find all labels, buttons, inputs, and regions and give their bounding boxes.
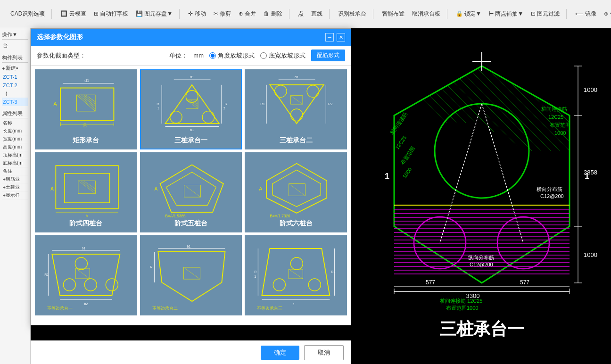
toolbar-point[interactable]: 点: [295, 9, 306, 19]
radio-angle[interactable]: 角度放坡形式: [209, 51, 255, 60]
prop-rebar: + 钢筋业: [2, 175, 28, 183]
dialog-title: 选择参数化图形: [37, 33, 83, 41]
svg-text:12C25: 12C25: [548, 114, 563, 120]
shape-step4[interactable]: A A 阶式四桩台: [35, 152, 137, 232]
svg-line-56: [184, 185, 200, 197]
svg-text:C12@200: C12@200: [540, 193, 564, 199]
svg-point-18: [170, 111, 182, 124]
dialog-close-button[interactable]: ✕: [337, 33, 345, 41]
toolbar-group-2: 🔲 云模查 ⊞ 自动打字板 💾 图元存盘▼: [54, 9, 180, 19]
toolbar-two-point[interactable]: ⊢ 两点辅抽▼: [486, 9, 526, 19]
dialog-footer: 确定 取消: [31, 340, 351, 364]
toolbar-lock[interactable]: 🔒 锁定▼: [453, 9, 484, 19]
toolbar-cloud[interactable]: 🔲 云模查: [58, 9, 89, 19]
shape-irreg3[interactable]: R 1 R2 b 不等边承台三: [245, 235, 347, 315]
svg-text:A: A: [85, 214, 88, 217]
svg-text:b1: b1: [190, 128, 194, 132]
dialog-controls: ─ ✕: [325, 33, 345, 41]
unit-value: mm: [193, 52, 204, 59]
cad-preview: 1000 1000 2858 1 1 3300 577 577 桩间连接筋 12…: [353, 28, 611, 349]
dialog-select-shape: 选择参数化图形 ─ ✕ 参数化截面类型： 单位： mm 角度放坡形式 底宽放坡形…: [31, 28, 351, 325]
svg-text:d1: d1: [190, 75, 194, 79]
sidebar-zct2-sub[interactable]: (: [2, 90, 28, 98]
sidebar-new[interactable]: + 新建▪: [2, 64, 28, 73]
cancel-button[interactable]: 取消: [304, 345, 344, 360]
prop-bot-elev: 底标高(m: [2, 159, 28, 167]
toolbar-delete[interactable]: 🗑 删除: [261, 9, 285, 19]
top-toolbar: CAD识别选项 🔲 云模查 ⊞ 自动打字板 💾 图元存盘▼ ✛ 移动 ✂ 修剪 …: [0, 0, 611, 28]
toolbar-group-1: CAD识别选项: [4, 9, 52, 19]
toolbar-offset[interactable]: ⊙ 偏移: [601, 9, 611, 19]
prop-top-elev: 顶标高(m: [2, 151, 28, 159]
svg-point-70: [75, 257, 87, 270]
svg-text:B=A/1.7326: B=A/1.7326: [270, 214, 291, 217]
svg-text:b1: b1: [82, 247, 85, 250]
radio-width-input[interactable]: [260, 52, 267, 59]
svg-text:R1: R1: [44, 273, 49, 276]
svg-text:1000: 1000: [584, 86, 597, 93]
toolbar-mirror[interactable]: ⟵ 镜像: [572, 9, 599, 19]
shape-rect[interactable]: d1 A B: [35, 69, 137, 149]
svg-point-90: [273, 279, 286, 291]
svg-text:不等边承台三: 不等边承台三: [257, 306, 283, 311]
toolbar-group-6: 智能布置 取消承台板: [375, 9, 447, 19]
toolbar-line[interactable]: 直线: [308, 9, 325, 19]
svg-marker-80: [158, 252, 225, 301]
shape-irreg1[interactable]: R1 b1 b2 不等边承台一: [35, 235, 137, 315]
shape-irreg2[interactable]: R b1 不等边承台二: [140, 235, 242, 315]
toolbar-group-4: 点 直线: [291, 9, 330, 19]
svg-text:R2: R2: [331, 270, 336, 273]
confirm-button[interactable]: 确定: [261, 346, 299, 360]
toolbar-filter[interactable]: ⊡ 图元过滤: [528, 9, 562, 19]
prop-height: 高度(mm: [2, 143, 28, 151]
svg-line-93: [289, 269, 303, 279]
toolbar-recognize-pile[interactable]: 识别桩承台: [335, 9, 369, 19]
sidebar-zct1[interactable]: ZCT-1: [2, 73, 28, 81]
toolbar-auto[interactable]: ⊞ 自动打字板: [91, 9, 131, 19]
expand-icon2: +: [3, 185, 6, 190]
svg-line-8: [86, 95, 95, 102]
toolbar-trim[interactable]: ✂ 修剪: [211, 9, 234, 19]
options-left: 参数化截面类型：: [37, 51, 86, 60]
svg-text:纵向分布筋: 纵向分布筋: [468, 255, 494, 260]
svg-text:R: R: [150, 265, 152, 269]
svg-line-7: [83, 95, 95, 104]
shape-tri2[interactable]: d1 R2 R1 三桩承台二: [245, 69, 347, 149]
svg-text:不等边承台一: 不等边承台一: [47, 306, 73, 311]
svg-point-35: [275, 85, 287, 98]
svg-point-89: [291, 257, 303, 270]
svg-text:1: 1: [157, 107, 159, 110]
sidebar-zct3[interactable]: ZCT-3: [2, 98, 28, 106]
shape-tri1[interactable]: d1 R 2: [140, 69, 242, 149]
radio-width-label: 底宽放坡形式: [269, 51, 306, 60]
toolbar-smart[interactable]: 智能布置: [379, 9, 407, 19]
svg-text:A: A: [53, 101, 57, 107]
toolbar-group-5: 识别桩承台: [331, 9, 373, 19]
svg-text:b2: b2: [84, 302, 88, 306]
svg-text:1: 1: [585, 172, 589, 181]
shape-step5[interactable]: A B=A/1.5385 阶式五桩台: [140, 152, 242, 232]
radio-width[interactable]: 底宽放坡形式: [260, 51, 306, 60]
toolbar-move[interactable]: ✛ 移动: [185, 9, 208, 19]
toolbar-merge[interactable]: ⊕ 合并: [236, 9, 259, 19]
svg-text:横向分布筋: 横向分布筋: [537, 186, 562, 192]
toolbar-save[interactable]: 💾 图元存盘▼: [133, 9, 175, 19]
svg-text:布置范围1000: 布置范围1000: [446, 305, 478, 311]
toolbar-cancel-pile[interactable]: 取消承台板: [409, 9, 443, 19]
dialog-minimize-button[interactable]: ─: [325, 33, 334, 41]
dialog-options-row: 参数化截面类型： 单位： mm 角度放坡形式 底宽放坡形式 配筋形式: [31, 46, 351, 66]
sidebar-zct2[interactable]: ZCT-2: [2, 81, 28, 90]
svg-marker-66: [52, 254, 120, 296]
toolbar-cad-recognize[interactable]: CAD识别选项: [8, 9, 48, 19]
config-rebar-button[interactable]: 配筋形式: [311, 50, 345, 61]
svg-text:A: A: [154, 186, 157, 191]
svg-line-49: [83, 181, 96, 189]
svg-text:B=A/1.5385: B=A/1.5385: [165, 214, 186, 217]
prop-civil: + 土建业: [2, 183, 28, 191]
new-icon: +: [2, 66, 5, 71]
svg-line-4: [77, 95, 95, 111]
new-label: 新建▪: [6, 65, 18, 72]
prop-length: 长度(mm: [2, 127, 28, 135]
radio-angle-input[interactable]: [209, 52, 216, 59]
shape-step6[interactable]: A B=A/1.7326 阶式六桩台: [245, 152, 347, 232]
